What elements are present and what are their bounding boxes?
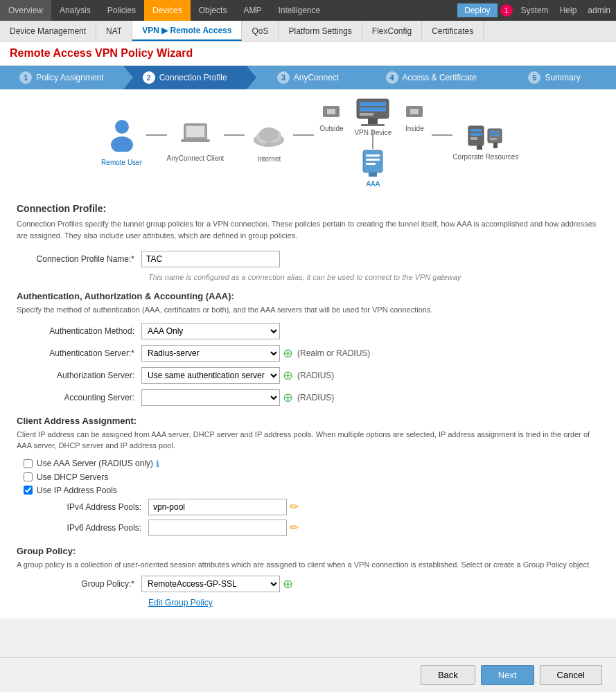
chk-aaa-input[interactable] xyxy=(24,459,33,468)
svg-rect-15 xyxy=(368,118,378,124)
step-4-num: 4 xyxy=(386,71,398,84)
add-circle-icon: ⊕ xyxy=(283,346,293,361)
ipv4-pool-input[interactable] xyxy=(148,499,287,515)
info-icon: ℹ xyxy=(156,459,159,469)
diagram-node-anyconnect: AnyConnect Client xyxy=(167,123,225,162)
system-link[interactable]: System xyxy=(516,6,554,15)
authz-server-label: Authorization Server: xyxy=(17,371,141,380)
auth-server-note: (Realm or RADIUS) xyxy=(297,348,370,358)
nav-amp[interactable]: AMP xyxy=(235,0,270,21)
nav-nat[interactable]: NAT xyxy=(96,21,132,41)
laptop-icon xyxy=(180,123,211,153)
second-navigation: Device Management NAT VPN ▶ Remote Acces… xyxy=(0,21,616,42)
svg-rect-32 xyxy=(477,145,482,150)
nav-devices[interactable]: Devices xyxy=(144,0,191,21)
authz-server-row: Authorization Server: Use same authentic… xyxy=(17,367,599,384)
admin-link[interactable]: admin xyxy=(582,6,616,15)
nav-certificates[interactable]: Certificates xyxy=(422,21,484,41)
nav-qos[interactable]: QoS xyxy=(242,21,279,41)
nav-platform-settings[interactable]: Platform Settings xyxy=(279,21,362,41)
main-content: Connection Profile: Connection Profiles … xyxy=(0,192,616,619)
svg-rect-29 xyxy=(490,131,500,133)
authz-server-note: (RADIUS) xyxy=(297,371,334,380)
svg-rect-14 xyxy=(360,113,373,116)
help-link[interactable]: Help xyxy=(554,6,583,15)
acct-server-add-button[interactable]: ⊕ xyxy=(283,390,293,405)
remote-user-label: Remote User xyxy=(101,159,142,166)
ipv4-pool-row: IPv4 Address Pools: ✏ xyxy=(58,499,599,515)
wizard-step-5[interactable]: 5 Summary xyxy=(493,66,616,89)
chk-aaa-label: Use AAA Server (RADIUS only) xyxy=(37,459,153,468)
add-circle-icon-4: ⊕ xyxy=(283,576,293,592)
footer: Back Next Cancel xyxy=(0,657,616,660)
auth-method-select[interactable]: AAA Only Certificate Only AAA & Certific… xyxy=(141,323,280,339)
acct-server-label: Accounting Server: xyxy=(17,393,141,402)
nav-overview[interactable]: Overview xyxy=(0,0,51,21)
nav-vpn-remote-access[interactable]: VPN ▶ Remote Access xyxy=(132,21,242,41)
svg-point-8 xyxy=(259,127,279,141)
edit-group-policy-link[interactable]: Edit Group Policy xyxy=(148,598,599,607)
auth-server-row: Authentication Server:* Radius-server ⊕ … xyxy=(17,345,599,362)
step-4-label: Access & Certificate xyxy=(403,73,477,82)
chk-aaa-row: Use AAA Server (RADIUS only) ℹ xyxy=(24,459,599,469)
svg-point-0 xyxy=(115,120,129,134)
wizard-step-3[interactable]: 3 AnyConnect xyxy=(247,66,370,89)
cloud-icon xyxy=(249,122,288,154)
ipv4-label: IPv4 Address Pools: xyxy=(58,502,148,512)
nav-intelligence[interactable]: Intelligence xyxy=(270,0,328,21)
ipv6-edit-icon[interactable]: ✏ xyxy=(290,521,299,534)
chk-pool-input[interactable] xyxy=(24,486,33,495)
ipv6-pool-input[interactable] xyxy=(148,520,287,536)
nav-device-management[interactable]: Device Management xyxy=(0,21,96,41)
nav-analysis[interactable]: Analysis xyxy=(51,0,99,21)
anyconnect-label: AnyConnect Client xyxy=(167,154,225,162)
connection-profile-name-label: Connection Profile Name:* xyxy=(17,254,141,264)
chk-dhcp-input[interactable] xyxy=(24,472,33,481)
aaa-icon xyxy=(360,149,385,180)
svg-rect-30 xyxy=(490,134,500,136)
wizard-steps: 1 Policy Assignment 2 Connection Profile… xyxy=(0,66,616,89)
auth-server-add-button[interactable]: ⊕ xyxy=(283,346,293,361)
nav-policies[interactable]: Policies xyxy=(99,0,144,21)
acct-server-select[interactable] xyxy=(141,389,280,406)
nav-flexconfig[interactable]: FlexConfig xyxy=(362,21,422,41)
alert-badge: 1 xyxy=(500,4,513,17)
svg-rect-22 xyxy=(366,163,376,165)
outside-label: Outside xyxy=(319,125,343,132)
line-2 xyxy=(224,134,245,136)
svg-rect-31 xyxy=(490,138,497,140)
page-title: Remote Access VPN Policy Wizard xyxy=(0,42,616,66)
connection-profile-name-row: Connection Profile Name:* xyxy=(17,251,599,267)
group-policy-add-button[interactable]: ⊕ xyxy=(283,576,293,592)
line-3 xyxy=(293,134,314,136)
nav-objects[interactable]: Objects xyxy=(191,0,236,21)
wizard-step-1[interactable]: 1 Policy Assignment xyxy=(0,66,123,89)
connection-profile-desc: Connection Profiles specify the tunnel g… xyxy=(17,218,599,241)
step-3-label: AnyConnect xyxy=(294,73,339,82)
authz-server-select[interactable]: Use same authentication server xyxy=(141,367,280,384)
ipv6-pool-row: IPv6 Address Pools: ✏ xyxy=(58,520,599,536)
line-1 xyxy=(146,134,167,136)
svg-rect-25 xyxy=(470,129,482,132)
wizard-step-2[interactable]: 2 Connection Profile xyxy=(123,66,247,89)
step-2-label: Connection Profile xyxy=(159,73,227,82)
aaa-label: AAA xyxy=(366,180,380,188)
step-5-label: Summary xyxy=(545,73,580,82)
group-policy-row: Group Policy:* RemoteAccess-GP-SSL ⊕ xyxy=(17,576,599,592)
ipv4-edit-icon[interactable]: ✏ xyxy=(290,500,299,513)
vpn-device-icon xyxy=(354,96,391,129)
inside-icon xyxy=(403,100,425,125)
step-1-num: 1 xyxy=(19,71,32,84)
inside-label: Inside xyxy=(405,125,424,132)
chk-dhcp-row: Use DHCP Servers xyxy=(24,472,599,482)
chk-dhcp-label: Use DHCP Servers xyxy=(37,472,108,482)
deploy-button[interactable]: Deploy xyxy=(457,3,497,17)
authz-server-add-button[interactable]: ⊕ xyxy=(283,368,293,383)
group-policy-select[interactable]: RemoteAccess-GP-SSL xyxy=(141,576,280,592)
wizard-step-4[interactable]: 4 Access & Certificate xyxy=(369,66,493,89)
step-1-label: Policy Assignment xyxy=(36,73,103,82)
auth-method-row: Authentication Method: AAA Only Certific… xyxy=(17,323,599,339)
connection-profile-name-input[interactable] xyxy=(141,251,280,267)
auth-server-select[interactable]: Radius-server xyxy=(141,345,280,362)
svg-rect-18 xyxy=(410,109,419,114)
